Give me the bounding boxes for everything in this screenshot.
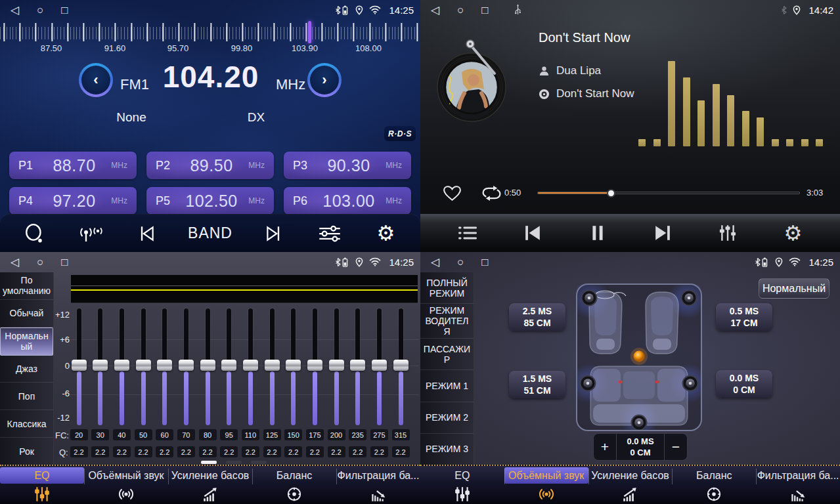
slider-handle[interactable] (372, 360, 387, 371)
listening-mode-item[interactable]: ПАССАЖИР (420, 339, 474, 370)
q-value[interactable]: 2.2 (306, 446, 324, 457)
slider-handle[interactable] (221, 360, 236, 371)
nav-back-icon[interactable]: ◁ (431, 5, 439, 16)
fc-value[interactable]: 150 (284, 429, 302, 440)
fc-value[interactable]: 315 (392, 429, 410, 440)
eq-band-slider[interactable] (200, 308, 215, 425)
tune-down-button[interactable]: ‹ (79, 63, 113, 97)
equalizer-button[interactable] (713, 224, 742, 242)
eq-band-slider[interactable] (372, 308, 387, 425)
audio-settings-button[interactable] (315, 224, 344, 243)
q-value[interactable]: 2.2 (349, 446, 366, 457)
settings-button[interactable]: ⚙ (371, 223, 400, 243)
q-value[interactable]: 2.2 (284, 446, 302, 457)
q-value[interactable]: 2.2 (199, 446, 217, 457)
scan-search-button[interactable] (20, 222, 49, 245)
q-value[interactable]: 2.2 (242, 446, 259, 457)
fc-value[interactable]: 80 (199, 429, 217, 440)
eq-band-slider[interactable] (179, 308, 194, 425)
slider-handle[interactable] (286, 360, 301, 371)
fc-value[interactable]: 275 (370, 429, 388, 440)
preset-button-p4[interactable]: P497.20MHz (9, 187, 137, 215)
fc-value[interactable]: 125 (263, 429, 281, 440)
eq-preset-item[interactable]: Поп (0, 383, 53, 410)
slider-handle[interactable] (265, 360, 280, 371)
nav-back-icon[interactable]: ◁ (11, 5, 19, 16)
eq-band-slider[interactable] (136, 308, 151, 425)
preset-button-p1[interactable]: P188.70MHz (9, 152, 137, 179)
tab-eq-sliders[interactable]: EQ (420, 466, 504, 504)
seek-next-button[interactable] (259, 224, 288, 243)
soundfield-preset-button[interactable]: Нормальный (759, 278, 829, 299)
nav-back-icon[interactable]: ◁ (11, 257, 19, 268)
eq-band-slider[interactable] (93, 308, 108, 425)
tune-up-button[interactable]: › (307, 63, 342, 97)
fc-value[interactable]: 110 (242, 429, 259, 440)
eq-preset-item[interactable]: Классика (0, 410, 53, 438)
slider-handle[interactable] (243, 360, 258, 371)
nav-home-icon[interactable]: ○ (37, 5, 43, 16)
band-button[interactable]: BAND (188, 224, 232, 242)
eq-preset-item[interactable]: Обычай (0, 300, 53, 327)
eq-band-slider[interactable] (114, 308, 129, 425)
fc-value[interactable]: 20 (70, 429, 88, 440)
q-value[interactable]: 2.2 (392, 446, 410, 457)
eq-preset-item[interactable]: Джаз (0, 356, 53, 383)
fc-value[interactable]: 235 (349, 429, 366, 440)
nav-home-icon[interactable]: ○ (457, 257, 464, 268)
seek-bar[interactable] (537, 192, 800, 194)
slider-handle[interactable] (200, 360, 215, 371)
slider-handle[interactable] (179, 360, 194, 371)
eq-band-slider[interactable] (243, 308, 258, 425)
tab-bass-boost[interactable]: Усиление басов (588, 466, 673, 504)
tab-balance[interactable]: Баланс (672, 466, 756, 504)
next-track-button[interactable] (648, 224, 677, 242)
fc-value[interactable]: 30 (91, 429, 109, 440)
q-value[interactable]: 2.2 (70, 446, 88, 457)
slider-handle[interactable] (93, 360, 108, 371)
repeat-button[interactable] (481, 184, 502, 202)
seek-bar-thumb[interactable] (607, 189, 615, 198)
q-value[interactable]: 2.2 (113, 446, 131, 457)
fc-value[interactable]: 95 (220, 429, 238, 440)
eq-band-slider[interactable] (350, 308, 365, 425)
preset-button-p6[interactable]: P6103.00MHz (284, 187, 411, 215)
eq-preset-item[interactable]: По умолчанию (0, 272, 53, 300)
listening-mode-item[interactable]: РЕЖИМ ВОДИТЕЛЯ (420, 304, 474, 339)
settings-button[interactable]: ⚙ (778, 223, 807, 243)
listening-mode-item[interactable]: РЕЖИМ 2 (420, 402, 474, 434)
eq-band-slider[interactable] (307, 308, 322, 425)
rear-right-delay-button[interactable]: 0.0 MS 0 CM (716, 370, 772, 398)
eq-band-slider[interactable] (265, 308, 280, 425)
broadcast-stations-button[interactable] (76, 223, 105, 244)
slider-handle[interactable] (329, 360, 344, 371)
fc-value[interactable]: 200 (328, 429, 345, 440)
slider-handle[interactable] (114, 360, 129, 371)
listening-mode-item[interactable]: РЕЖИМ 3 (420, 434, 474, 465)
eq-preset-item[interactable]: Нормальный (0, 327, 53, 356)
tab-bass-boost[interactable]: Усиление басов (168, 466, 252, 504)
fc-value[interactable]: 40 (113, 429, 131, 440)
q-value[interactable]: 2.2 (263, 446, 281, 457)
q-value[interactable]: 2.2 (328, 446, 345, 457)
tab-bass-filter[interactable]: Фильтрация ба... (336, 466, 420, 504)
nav-recents-icon[interactable]: □ (61, 5, 68, 16)
slider-handle[interactable] (72, 360, 87, 371)
nav-back-icon[interactable]: ◁ (431, 257, 439, 268)
frequency-scale[interactable] (0, 22, 420, 43)
eq-preset-item[interactable]: Рок (0, 438, 53, 465)
fc-value[interactable]: 70 (177, 429, 195, 440)
slider-handle[interactable] (350, 360, 365, 371)
preset-button-p3[interactable]: P390.30MHz (284, 152, 411, 179)
fc-value[interactable]: 50 (135, 429, 152, 440)
nav-recents-icon[interactable]: □ (481, 257, 488, 268)
listening-mode-item[interactable]: ПОЛНЫЙ РЕЖИМ (420, 272, 474, 304)
rear-left-delay-button[interactable]: 1.5 MS 51 CM (509, 371, 565, 398)
nav-recents-icon[interactable]: □ (481, 5, 488, 16)
pause-button[interactable] (583, 224, 612, 242)
nav-recents-icon[interactable]: □ (61, 257, 68, 268)
q-value[interactable]: 2.2 (135, 446, 152, 457)
preset-button-p2[interactable]: P289.50MHz (146, 152, 274, 179)
eq-band-slider[interactable] (72, 308, 87, 425)
seek-previous-button[interactable] (132, 224, 161, 243)
